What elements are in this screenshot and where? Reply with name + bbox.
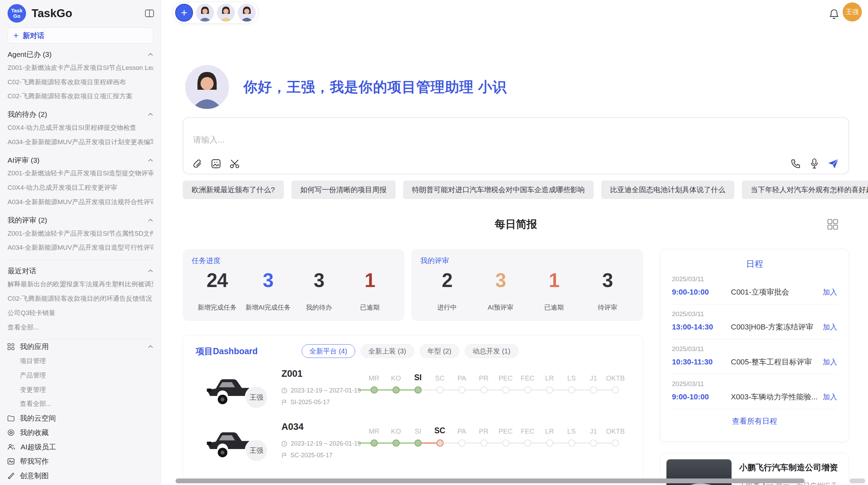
stat-value: 24: [192, 269, 243, 291]
app-title: TaskGo: [32, 7, 145, 20]
milestone-pr: PR: [473, 370, 495, 397]
sidebar-item-project-mgmt[interactable]: 项目管理: [8, 354, 153, 368]
list-item[interactable]: 公司Q3轻卡销量: [8, 306, 153, 320]
milestone-ls: LS: [560, 423, 582, 450]
tab-new-body[interactable]: 全新上装 (3): [361, 344, 414, 358]
sidebar-item-favorites[interactable]: 我的收藏: [8, 425, 153, 440]
my-review-card: 我的评审 2 进行中 3 AI预评审 1 已逾期 3 待评审: [411, 249, 643, 321]
stat: 2 进行中: [420, 269, 474, 312]
view-all-apps[interactable]: 查看全部...: [8, 397, 153, 411]
sidebar-item-product-mgmt[interactable]: 产品管理: [8, 368, 153, 383]
attachment-icon[interactable]: [192, 159, 203, 169]
suggestion-chips: 欧洲新规最近颁布了什么? 如何写一份清晰的项目周报 特朗普可能对进口汽车增税会对…: [183, 181, 868, 199]
cloud-space-label: 我的云空间: [20, 413, 56, 423]
join-button[interactable]: 加入: [823, 322, 837, 332]
clock-icon: [281, 388, 287, 394]
section-ai-review[interactable]: AI评审 (3): [8, 154, 153, 166]
avatar[interactable]: [196, 4, 214, 22]
favorites-label: 我的收藏: [20, 428, 49, 437]
project-flag-date: SI-2025-05-17: [290, 399, 330, 406]
sidebar-item-change-mgmt[interactable]: 变更管理: [8, 383, 153, 397]
horizontal-scrollbar-thumb[interactable]: [176, 478, 805, 483]
milestone-fec: FEC: [517, 370, 539, 397]
scrollbar-corner[interactable]: [849, 478, 865, 483]
notifications-bell-icon[interactable]: [829, 9, 839, 20]
join-button[interactable]: 加入: [823, 357, 837, 367]
sidebar-item-creative-drawing[interactable]: 创意制图: [8, 469, 153, 483]
section-recent-chats[interactable]: 最近对话: [8, 265, 153, 277]
chevron-up-icon: [148, 345, 153, 348]
suggestion-chip[interactable]: 当下年轻人对汽车外观有怎样的喜好趋势: [742, 181, 868, 199]
tab-new-platform[interactable]: 全新平台 (4): [302, 344, 355, 358]
sidebar-item-ai-super-staff[interactable]: AI超级员工: [8, 440, 153, 454]
suggestion-chip[interactable]: 特朗普可能对进口汽车增税会对中国车企造成哪些影响: [403, 181, 594, 199]
stat-value: 3: [293, 269, 345, 291]
collapse-sidebar-icon[interactable]: [145, 10, 154, 17]
sidebar-item-my-apps[interactable]: 我的应用: [8, 339, 153, 354]
list-item[interactable]: Z001-全新燃油皮卡产品开发项目SI节点Lesson Learn报告: [8, 61, 153, 75]
dashboard-tabs: 全新平台 (4) 全新上装 (3) 年型 (2) 动总开发 (1): [302, 344, 518, 358]
milestone-sc: SC: [429, 370, 451, 397]
microphone-icon[interactable]: [810, 158, 819, 169]
tab-powertrain[interactable]: 动总开发 (1): [465, 344, 518, 358]
project-code: Z001: [281, 369, 303, 379]
suggestion-chip[interactable]: 如何写一份清晰的项目周报: [291, 181, 396, 199]
list-item[interactable]: C0X4-动力总成开发项目工程变更评审: [8, 181, 153, 195]
event-time: 13:00-14:30: [672, 323, 731, 332]
chat-input[interactable]: [193, 134, 707, 155]
avatar[interactable]: [217, 4, 235, 22]
event-date: 2025/03/11: [672, 345, 837, 353]
list-item[interactable]: C02-飞腾新能源轻客改款项目里程碑画布: [8, 75, 153, 89]
new-chat-button[interactable]: + 新对话: [8, 27, 153, 43]
scissors-icon[interactable]: [229, 159, 240, 169]
list-item[interactable]: C0X4-动力总成开发项目SI里程碑提交物检查: [8, 121, 153, 135]
join-button[interactable]: 加入: [823, 392, 837, 402]
section-my-todo[interactable]: 我的待办 (2): [8, 108, 153, 121]
section-my-review[interactable]: 我的评审 (2): [8, 214, 153, 226]
avatar[interactable]: [238, 4, 256, 22]
new-chat-label: 新对话: [23, 31, 44, 40]
stat: 3 AI预评审: [474, 269, 527, 312]
list-item[interactable]: A034-全新新能源MUV产品开发项目造型可行性评审: [8, 240, 153, 255]
plus-icon: +: [13, 30, 19, 41]
milestone-track: MRKOSISCPAPRPECFECLRLSJ1OKTB: [363, 423, 626, 450]
list-item[interactable]: Z001-全新燃油轻卡产品开发项目SI节点属性5D文件评审: [8, 226, 153, 241]
milestone-oktb: OKTB: [604, 370, 626, 397]
schedule-event: 2025/03/11 10:30-11:30 C005-整车工程目标评审 加入: [672, 339, 837, 374]
image-upload-icon[interactable]: [211, 159, 221, 169]
stat: 3 我的待办: [293, 269, 345, 312]
tab-model-year[interactable]: 年型 (2): [420, 344, 459, 358]
project-row[interactable]: 王强 A034 2023-12-19 ~ 2026-01-19 SC-2025-…: [183, 421, 643, 472]
assistant-avatar: [185, 65, 229, 109]
section-agent-done[interactable]: Agent已办 (3): [8, 48, 153, 61]
sidebar-item-help-write[interactable]: 帮我写作: [8, 454, 153, 469]
pen-nib-icon: [8, 473, 14, 479]
user-avatar[interactable]: 王强: [843, 2, 862, 22]
join-button[interactable]: 加入: [823, 287, 837, 297]
suggestion-chip[interactable]: 比亚迪全固态电池计划具体说了什么: [601, 181, 734, 199]
chevron-up-icon: [148, 159, 153, 162]
phone-call-icon[interactable]: [791, 159, 801, 169]
project-row[interactable]: 王强 Z001 2023-12-19 ~ 2027-01-19 SI-2025-…: [183, 368, 643, 419]
view-all-schedule-link[interactable]: 查看所有日程: [672, 416, 837, 426]
list-item[interactable]: A034-全新新能源MUV产品开发项目计划变更表编写: [8, 135, 153, 149]
view-all-chats[interactable]: 查看全部...: [8, 320, 153, 335]
stat-value: 2: [420, 269, 474, 291]
list-item[interactable]: 解释最新出台的欧盟报废车法规再生塑料比例被调至15%...: [8, 277, 153, 291]
list-item[interactable]: C02-飞腾新能源轻客改款项目的闭环通告反馈情况: [8, 291, 153, 306]
project-dates: 2023-12-19 ~ 2026-01-19: [291, 440, 361, 447]
sidebar-item-cloud-space[interactable]: 我的云空间: [8, 411, 153, 425]
list-item[interactable]: C02-飞腾新能源轻客改款项目立项汇报方案: [8, 89, 153, 103]
milestone-j1: J1: [582, 423, 604, 450]
logo-text-bottom: Go: [13, 13, 21, 19]
project-flag-date: SC-2025-05-17: [290, 452, 333, 459]
send-icon[interactable]: [828, 159, 839, 169]
card-title: 我的评审: [420, 256, 634, 265]
suggestion-chip[interactable]: 欧洲新规最近颁布了什么?: [183, 181, 284, 199]
list-item[interactable]: Z001-全新燃油轻卡产品开发项目SI造型提交物评审: [8, 166, 153, 181]
layout-grid-icon[interactable]: [827, 219, 839, 230]
event-name: X003-车辆动力学性能验...: [731, 392, 823, 402]
add-agent-button[interactable]: +: [175, 4, 193, 22]
chevron-up-icon: [148, 269, 153, 273]
list-item[interactable]: A034-全新新能源MUV产品开发项目法规符合性评审: [8, 195, 153, 209]
